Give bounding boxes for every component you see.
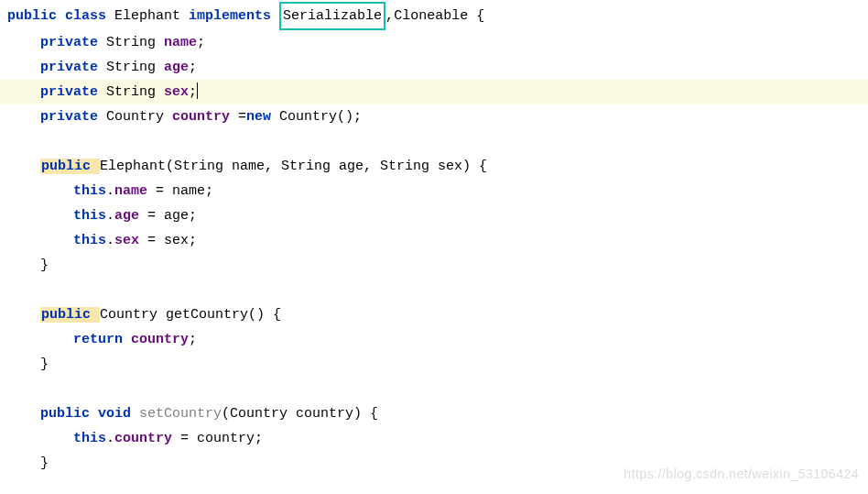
indent [7, 109, 40, 125]
assign-rest: = age; [139, 208, 197, 224]
field-ref-age: age [114, 208, 139, 224]
code-line-assign-name[interactable]: this.name = name; [0, 179, 868, 203]
field-ref-name: name [114, 183, 147, 199]
dot: . [106, 233, 114, 248]
code-line-field-age[interactable]: private String age; [0, 55, 868, 80]
interface-cloneable: Cloneable [394, 8, 476, 24]
keyword-this: this [73, 208, 106, 224]
code-line-constructor[interactable]: public Elephant(String name, String age,… [0, 154, 868, 179]
method-name-getcountry: getCountry [166, 307, 248, 323]
code-line-assign-country[interactable]: this.country = country; [0, 426, 868, 451]
code-line-class-decl[interactable]: public class Elephant implements Seriali… [0, 2, 868, 30]
field-sex: sex [164, 84, 189, 100]
dot: . [106, 208, 114, 224]
keyword-void: void [98, 406, 139, 422]
interface-serializable: Serializable [283, 8, 382, 24]
keyword-this: this [73, 233, 106, 248]
keyword-return: return [73, 332, 131, 347]
method-name-setcountry: setCountry [139, 406, 222, 422]
indent [7, 332, 73, 347]
code-line-return-country[interactable]: return country; [0, 327, 868, 352]
indent [7, 183, 73, 199]
semicolon: ; [189, 84, 197, 100]
brace-close: } [40, 456, 49, 471]
semicolon: ; [189, 60, 197, 75]
brace-close: } [40, 357, 49, 372]
blank-line[interactable] [0, 377, 868, 401]
field-ref-sex: sex [114, 233, 139, 248]
keyword-this: this [73, 183, 106, 199]
assign-rest: = country; [172, 431, 263, 446]
code-line-get-country[interactable]: public Country getCountry() { [0, 302, 868, 327]
constructor-call: Country(); [279, 109, 362, 125]
assign-rest: = sex; [139, 233, 197, 248]
text-cursor [197, 82, 198, 99]
constructor-sig: Elephant(String name, String age, String… [100, 159, 487, 174]
dot: . [106, 431, 114, 446]
keyword-public-highlight: public [40, 307, 100, 323]
field-country: country [172, 109, 230, 125]
assign-rest: = name; [147, 183, 213, 199]
type-string: String [106, 60, 164, 75]
indent [7, 406, 40, 422]
type-string: String [106, 84, 164, 100]
indent [7, 60, 40, 75]
highlighted-interface-box[interactable]: Serializable [279, 2, 385, 30]
field-ref-country: country [114, 431, 172, 446]
keyword-new: new [246, 109, 279, 125]
keyword-private: private [40, 109, 106, 125]
indent [7, 84, 40, 100]
code-line-field-country[interactable]: private Country country =new Country(); [0, 104, 868, 129]
keyword-implements: implements [189, 8, 271, 24]
type-string: String [106, 35, 164, 50]
keyword-public: public [7, 8, 65, 24]
dot: . [106, 183, 114, 199]
keyword-private: private [40, 84, 106, 100]
params-brace: (Country country) { [222, 406, 378, 422]
indent [7, 208, 73, 224]
indent [7, 35, 40, 50]
keyword-private: private [40, 35, 106, 50]
blank-line[interactable] [0, 278, 868, 302]
keyword-public-highlight: public [40, 159, 100, 174]
type-country: Country [106, 109, 172, 125]
field-age: age [164, 60, 189, 75]
semicolon: ; [197, 35, 205, 50]
equals: = [230, 109, 246, 125]
return-type: Country [100, 307, 166, 323]
indent [7, 258, 40, 273]
indent [7, 159, 40, 174]
semicolon: ; [189, 332, 197, 347]
indent [7, 357, 40, 372]
field-name: name [164, 35, 197, 50]
keyword-public: public [40, 406, 98, 422]
code-line-brace-close[interactable]: } [0, 352, 868, 377]
code-line-field-name[interactable]: private String name; [0, 30, 868, 55]
blank-line[interactable] [0, 129, 868, 154]
class-name: Elephant [114, 8, 189, 24]
comma: , [385, 8, 394, 24]
field-ref-country: country [131, 332, 189, 347]
brace-open: { [476, 8, 484, 24]
indent [7, 233, 73, 248]
keyword-class: class [65, 8, 114, 24]
code-line-set-country[interactable]: public void setCountry(Country country) … [0, 401, 868, 426]
keyword-this: this [73, 431, 106, 446]
indent [7, 307, 40, 323]
keyword-private: private [40, 60, 106, 75]
code-line-assign-age[interactable]: this.age = age; [0, 203, 868, 228]
code-line-assign-sex[interactable]: this.sex = sex; [0, 228, 868, 253]
code-line-brace-close[interactable]: } [0, 253, 868, 278]
brace-close: } [40, 258, 49, 273]
watermark-text: https://blog.csdn.net/weixin_53106424 [624, 462, 859, 487]
space [271, 8, 279, 24]
indent [7, 456, 40, 471]
indent [7, 431, 73, 446]
code-line-field-sex-current[interactable]: private String sex; [0, 80, 868, 104]
parens-brace: () { [248, 307, 281, 323]
